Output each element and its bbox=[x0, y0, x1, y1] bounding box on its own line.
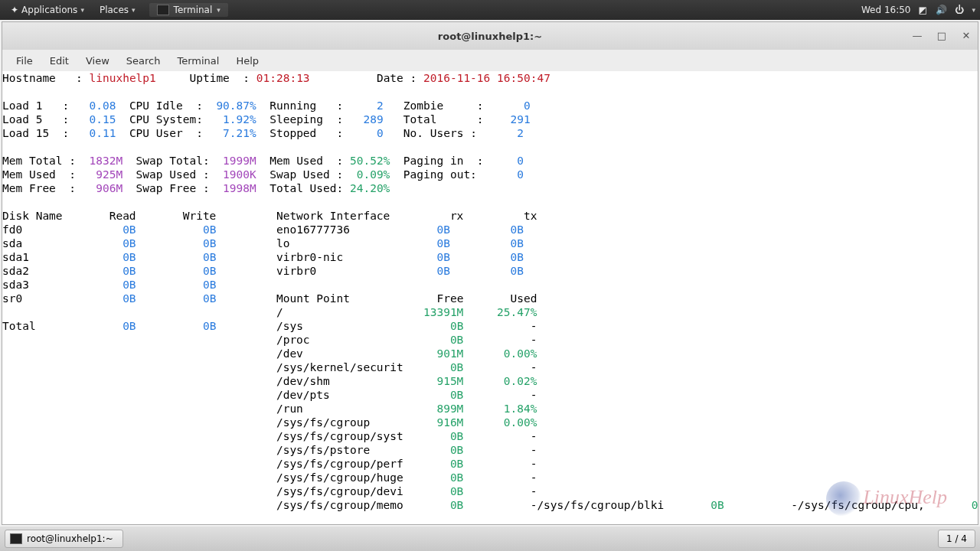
terminal-icon bbox=[10, 533, 22, 544]
taskbar-button[interactable]: root@linuxhelp1:~ bbox=[5, 530, 123, 548]
watermark: LinuxHelp bbox=[826, 481, 947, 517]
chevron-down-icon: ▾ bbox=[80, 6, 84, 14]
close-button[interactable]: ✕ bbox=[959, 28, 973, 42]
terminal-content[interactable]: Hostname : linuxhelp1 Uptime : 01:28:13 … bbox=[2, 71, 978, 524]
menu-file[interactable]: File bbox=[8, 52, 41, 70]
window-titlebar[interactable]: root@linuxhelp1:~ — □ ✕ bbox=[2, 22, 978, 50]
menubar: File Edit View Search Terminal Help bbox=[2, 50, 978, 71]
chevron-down-icon: ▾ bbox=[217, 6, 220, 14]
chevron-down-icon[interactable]: ▾ bbox=[972, 6, 975, 14]
power-icon[interactable]: ⏻ bbox=[953, 4, 965, 16]
clock[interactable]: Wed 16:50 bbox=[861, 5, 911, 15]
minimize-button[interactable]: — bbox=[910, 28, 924, 42]
top-panel-right: Wed 16:50 ◩ 🔊 ⏻ ▾ bbox=[861, 4, 975, 16]
maximize-button[interactable]: □ bbox=[935, 28, 949, 42]
taskbar-label: root@linuxhelp1:~ bbox=[27, 533, 113, 544]
applications-menu[interactable]: ✦ Applications ▾ bbox=[5, 2, 90, 18]
gnome-foot-icon: ✦ bbox=[11, 5, 18, 15]
terminal-window: root@linuxhelp1:~ — □ ✕ File Edit View S… bbox=[2, 21, 978, 525]
top-panel-left: ✦ Applications ▾ Places ▾ Terminal ▾ bbox=[5, 2, 228, 18]
places-label: Places bbox=[100, 5, 129, 15]
window-title: root@linuxhelp1:~ bbox=[438, 31, 542, 42]
active-app-label: Terminal bbox=[174, 5, 213, 15]
workspace-label: 1 / 4 bbox=[946, 533, 967, 544]
menu-edit[interactable]: Edit bbox=[42, 52, 77, 70]
chevron-down-icon: ▾ bbox=[132, 6, 136, 14]
terminal-icon bbox=[157, 5, 169, 15]
active-app-indicator[interactable]: Terminal ▾ bbox=[149, 3, 228, 17]
a11y-icon[interactable]: ◩ bbox=[916, 4, 929, 16]
window-controls: — □ ✕ bbox=[910, 28, 973, 42]
menu-search[interactable]: Search bbox=[119, 52, 168, 70]
bottom-panel: root@linuxhelp1:~ 1 / 4 bbox=[0, 527, 980, 551]
applications-label: Applications bbox=[21, 5, 77, 15]
places-menu[interactable]: Places ▾ bbox=[93, 2, 142, 18]
workspace-switcher[interactable]: 1 / 4 bbox=[938, 530, 975, 548]
menu-terminal[interactable]: Terminal bbox=[169, 52, 227, 70]
menu-help[interactable]: Help bbox=[228, 52, 266, 70]
top-panel: ✦ Applications ▾ Places ▾ Terminal ▾ Wed… bbox=[0, 0, 980, 20]
menu-view[interactable]: View bbox=[78, 52, 117, 70]
volume-icon[interactable]: 🔊 bbox=[935, 4, 947, 16]
